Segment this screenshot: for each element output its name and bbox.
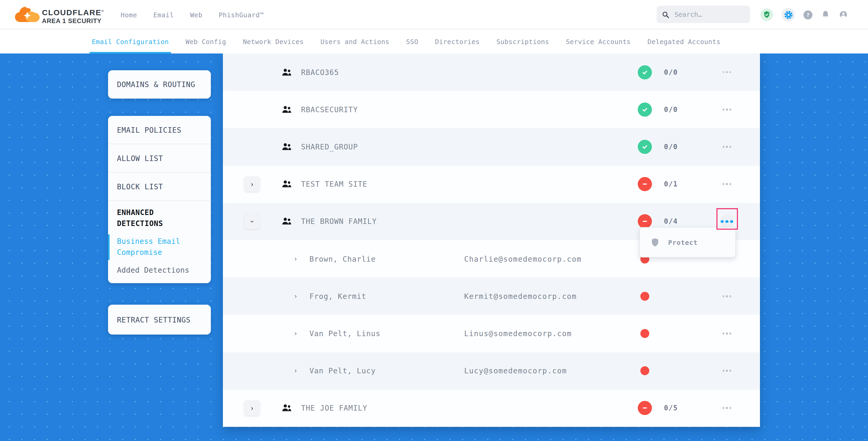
user-chevron-icon: › <box>294 367 298 374</box>
user-name: Van Pelt, Lucy <box>309 367 376 375</box>
group-icon <box>281 143 292 151</box>
top-header: CLOUDFLARE® AREA 1 SECURITY Home Email W… <box>0 0 868 29</box>
bell-icon[interactable] <box>821 10 830 20</box>
cloudflare-cloud-icon <box>15 6 40 24</box>
status-ok-icon <box>638 140 652 154</box>
user-name: Van Pelt, Linus <box>309 329 380 338</box>
nav-item-phishguard[interactable]: PhishGuard™ <box>219 11 264 19</box>
group-name: RBACO365 <box>301 68 339 76</box>
group-name: THE JOE FAMILY <box>301 404 367 412</box>
sidebar-card-policies: EMAIL POLICIES ALLOW LIST BLOCK LIST ENH… <box>108 116 211 283</box>
status-error-dot <box>640 329 649 338</box>
registered-mark: ® <box>101 9 104 12</box>
table-row[interactable]: RBACSECURITY 0/0 <box>223 91 760 128</box>
top-nav: Home Email Web PhishGuard™ <box>121 0 264 29</box>
tab-directories[interactable]: Directories <box>435 29 479 54</box>
row-context-menu: Protect <box>639 227 736 257</box>
group-icon <box>281 180 292 188</box>
row-menu-button[interactable] <box>720 177 734 191</box>
protected-count: 0/4 <box>664 218 678 225</box>
sidebar-item-business-email-compromise[interactable]: Business Email Compromise <box>108 236 211 258</box>
sidebar-item-domains-routing: DOMAINS & ROUTING <box>117 80 195 89</box>
row-menu-button[interactable] <box>720 327 734 340</box>
tab-sso[interactable]: SSO <box>406 29 418 54</box>
user-email: Linus@somedemocorp.com <box>464 329 572 338</box>
active-indicator-bar <box>108 234 110 260</box>
table-row[interactable]: › THE JOE FAMILY 0/5 <box>223 389 760 427</box>
user-email: Kermit@somedemocorp.com <box>464 292 577 300</box>
group-name: TEST TEAM SITE <box>301 180 367 188</box>
search-input[interactable] <box>674 10 742 19</box>
user-email: Charlie@somedemocorp.com <box>464 255 582 263</box>
user-name: Brown, Charlie <box>309 255 376 263</box>
row-menu-button[interactable] <box>720 289 734 303</box>
status-error-icon <box>638 401 652 415</box>
gear-icon[interactable] <box>781 8 795 22</box>
user-chevron-icon: › <box>294 330 298 337</box>
row-menu-button[interactable] <box>720 140 734 154</box>
table-row[interactable]: SHARED_GROUP 0/0 <box>223 128 760 165</box>
account-icon[interactable] <box>839 10 848 20</box>
sidebar-item-allow-list[interactable]: ALLOW LIST <box>108 144 211 172</box>
app-viewport: CLOUDFLARE® AREA 1 SECURITY Home Email W… <box>0 0 868 441</box>
row-menu-button[interactable] <box>720 103 734 117</box>
user-email: Lucy@somedemocorp.com <box>464 367 567 375</box>
shield-icon <box>651 238 659 247</box>
sidebar-item-retract-settings: RETRACT SETTINGS <box>117 315 191 324</box>
search-box[interactable] <box>657 6 750 23</box>
annotation-highlight-box <box>716 208 738 230</box>
user-chevron-icon: › <box>294 255 298 262</box>
status-ok-icon <box>638 102 652 117</box>
nav-item-email[interactable]: Email <box>153 11 174 19</box>
nav-item-web[interactable]: Web <box>190 11 203 19</box>
logo-subtitle: AREA 1 SECURITY <box>42 17 104 25</box>
status-ok-icon <box>638 65 652 79</box>
tab-network-devices[interactable]: Network Devices <box>243 29 304 54</box>
expand-button[interactable]: › <box>244 176 260 192</box>
cloudflare-logo: CLOUDFLARE® AREA 1 SECURITY <box>15 3 104 25</box>
group-icon <box>281 217 292 226</box>
table-row[interactable]: › Frog, Kermit Kermit@somedemocorp.com <box>223 277 760 315</box>
tab-delegated-accounts[interactable]: Delegated Accounts <box>647 29 720 54</box>
table-row[interactable]: › Van Pelt, Linus Linus@somedemocorp.com <box>223 315 760 352</box>
row-menu-button[interactable] <box>720 401 734 415</box>
row-menu-button[interactable] <box>720 364 734 378</box>
status-error-dot <box>640 366 649 375</box>
group-name: SHARED_GROUP <box>301 143 358 151</box>
protected-count: 0/0 <box>664 68 678 76</box>
status-error-icon <box>638 177 652 191</box>
shield-check-icon[interactable] <box>761 8 773 21</box>
group-name: RBACSECURITY <box>301 105 358 114</box>
help-icon[interactable]: ? <box>804 10 812 19</box>
sidebar-item-added-detections[interactable]: Added Detections <box>108 265 211 276</box>
sidebar-item-email-policies[interactable]: EMAIL POLICIES <box>108 116 211 144</box>
protected-count: 0/0 <box>664 106 678 114</box>
tab-users-and-actions[interactable]: Users and Actions <box>320 29 390 54</box>
expand-button[interactable]: › <box>244 400 260 416</box>
tab-service-accounts[interactable]: Service Accounts <box>566 29 631 54</box>
table-row[interactable]: › TEST TEAM SITE 0/1 <box>223 165 760 203</box>
sidebar-card-retract-settings[interactable]: RETRACT SETTINGS <box>108 305 211 335</box>
table-row[interactable]: RBACO365 0/0 <box>223 54 760 91</box>
menu-item-protect[interactable]: Protect <box>668 238 698 246</box>
tab-web-config[interactable]: Web Config <box>186 29 226 54</box>
logo-text: CLOUDFLARE® AREA 1 SECURITY <box>42 3 104 25</box>
user-name: Frog, Kermit <box>309 292 366 300</box>
search-icon <box>662 11 669 18</box>
sidebar-section-enhanced-detections: ENHANCED DETECTIONS <box>108 201 211 229</box>
protected-count: 0/1 <box>664 180 678 188</box>
config-subnav: Email Configuration Web Config Network D… <box>0 29 868 54</box>
nav-item-home[interactable]: Home <box>121 11 137 19</box>
tab-email-configuration[interactable]: Email Configuration <box>92 29 169 54</box>
table-row[interactable]: › Van Pelt, Lucy Lucy@somedemocorp.com <box>223 352 760 389</box>
group-name: THE BROWN FAMILY <box>301 217 377 226</box>
protected-count: 0/5 <box>664 404 678 412</box>
status-error-icon <box>638 215 652 229</box>
sidebar-card-domains-routing[interactable]: DOMAINS & ROUTING <box>108 70 211 99</box>
header-icons: ? <box>761 0 848 29</box>
tab-subscriptions[interactable]: Subscriptions <box>496 29 549 54</box>
group-icon <box>281 404 292 412</box>
sidebar-item-block-list[interactable]: BLOCK LIST <box>108 172 211 200</box>
row-menu-button[interactable] <box>720 65 734 79</box>
collapse-button[interactable]: › <box>244 214 260 229</box>
